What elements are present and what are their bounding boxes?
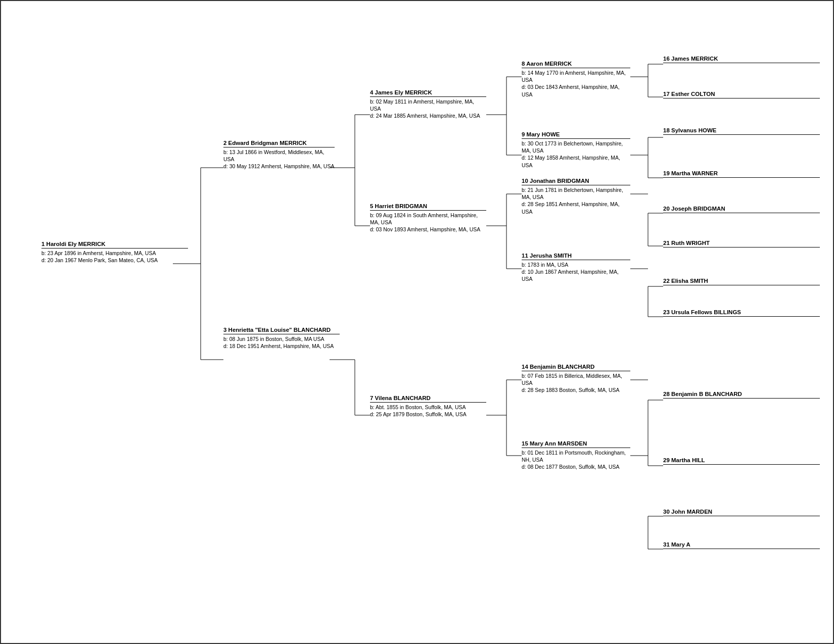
person-4-death: 24 Mar 1885 Amherst, Hampshire, MA, USA	[376, 113, 480, 119]
person-7-name: 7 Vilena BLANCHARD	[370, 395, 486, 403]
person-31-name: 31 Mary A	[663, 541, 820, 549]
person-14-name: 14 Benjamin BLANCHARD	[522, 364, 630, 371]
person-8-name: 8 Aaron MERRICK	[522, 61, 630, 68]
person-10-birth: 21 Jun 1781 in Belchertown, Hampshire, M…	[522, 187, 623, 200]
person-14: 14 Benjamin BLANCHARD b: 07 Feb 1815 in …	[522, 364, 630, 394]
person-1-death: 20 Jan 1967 Menlo Park, San Mateo, CA, U…	[48, 257, 158, 263]
person-28: 28 Benjamin B BLANCHARD	[663, 391, 820, 400]
person-23-name: 23 Ursula Fellows BILLINGS	[663, 309, 820, 317]
person-3-birth: 08 Jun 1875 in Boston, Suffolk, MA USA	[229, 336, 325, 342]
person-9-name: 9 Mary HOWE	[522, 131, 630, 139]
person-3: 3 Henrietta "Etta Louise" BLANCHARD b: 0…	[223, 327, 340, 350]
person-4-birth: 02 May 1811 in Amherst, Hampshire, MA, U…	[370, 98, 474, 112]
person-7-birth: Abt. 1855 in Boston, Suffolk, MA, USA	[376, 404, 466, 410]
person-14-death: 28 Sep 1883 Boston, Suffolk, MA, USA	[528, 387, 620, 393]
person-21: 21 Ruth WRIGHT	[663, 240, 820, 249]
svg-line-9	[355, 360, 370, 415]
person-31: 31 Mary A	[663, 541, 820, 550]
person-4-name: 4 James Ely MERRICK	[370, 89, 486, 97]
person-19-name: 19 Martha WARNER	[663, 170, 820, 178]
person-7-death: 25 Apr 1879 Boston, Suffolk, MA, USA	[376, 411, 467, 417]
person-17: 17 Esther COLTON	[663, 91, 820, 100]
person-9-death: 12 May 1858 Amherst, Hampshire, MA, USA	[522, 155, 620, 168]
person-18: 18 Sylvanus HOWE	[663, 127, 820, 136]
page: 1 Haroldi Ely MERRICK b: 23 Apr 1896 in …	[0, 0, 834, 644]
person-28-name: 28 Benjamin B BLANCHARD	[663, 391, 820, 399]
person-29-name: 29 Martha HILL	[663, 457, 820, 465]
person-8: 8 Aaron MERRICK b: 14 May 1770 in Amhers…	[522, 61, 630, 98]
person-11: 11 Jerusha SMITH b: 1783 in MA, USA d: 1…	[522, 253, 630, 283]
person-7: 7 Vilena BLANCHARD b: Abt. 1855 in Bosto…	[370, 395, 486, 418]
person-1-name: 1 Haroldi Ely MERRICK	[41, 241, 188, 249]
person-15-birth: 01 Dec 1811 in Portsmouth, Rockingham, N…	[522, 450, 626, 463]
person-10: 10 Jonathan BRIDGMAN b: 21 Jun 1781 in B…	[522, 178, 630, 215]
person-2: 2 Edward Bridgman MERRICK b: 13 Jul 1866…	[223, 140, 335, 170]
person-3-death: 18 Dec 1951 Amherst, Hampshire, MA, USA	[229, 343, 334, 349]
person-5-name: 5 Harriet BRIDGMAN	[370, 203, 486, 211]
person-11-death: 10 Jun 1867 Amherst, Hampshire, MA, USA	[522, 269, 619, 282]
person-20: 20 Joseph BRIDGMAN	[663, 206, 820, 214]
person-20-name: 20 Joseph BRIDGMAN	[663, 206, 820, 213]
chart-area: 1 Haroldi Ely MERRICK b: 23 Apr 1896 in …	[16, 16, 818, 628]
person-8-death: 03 Dec 1843 Amherst, Hampshire, MA, USA	[522, 84, 620, 97]
person-10-death: 28 Sep 1851 Amherst, Hampshire, MA, USA	[522, 201, 620, 214]
person-9: 9 Mary HOWE b: 30 Oct 1773 in Belchertow…	[522, 131, 630, 169]
person-16-name: 16 James MERRICK	[663, 56, 820, 63]
person-3-name: 3 Henrietta "Etta Louise" BLANCHARD	[223, 327, 340, 334]
person-29: 29 Martha HILL	[663, 457, 820, 466]
person-22-name: 22 Elisha SMITH	[663, 278, 820, 285]
person-4: 4 James Ely MERRICK b: 02 May 1811 in Am…	[370, 89, 486, 120]
person-5-death: 03 Nov 1893 Amherst, Hampshire, MA, USA	[376, 226, 481, 232]
person-18-name: 18 Sylvanus HOWE	[663, 127, 820, 135]
person-17-name: 17 Esther COLTON	[663, 91, 820, 98]
person-11-name: 11 Jerusha SMITH	[522, 253, 630, 260]
person-1: 1 Haroldi Ely MERRICK b: 23 Apr 1896 in …	[41, 241, 188, 264]
person-1-birth: 23 Apr 1896 in Amherst, Hampshire, MA, U…	[48, 250, 156, 256]
person-21-name: 21 Ruth WRIGHT	[663, 240, 820, 247]
person-14-birth: 07 Feb 1815 in Billerica, Middlesex, MA,…	[522, 373, 622, 386]
person-19: 19 Martha WARNER	[663, 170, 820, 179]
person-5: 5 Harriet BRIDGMAN b: 09 Aug 1824 in Sou…	[370, 203, 486, 233]
person-15-death: 08 Dec 1877 Boston, Suffolk, MA, USA	[528, 464, 620, 470]
person-15: 15 Mary Ann MARSDEN b: 01 Dec 1811 in Po…	[522, 440, 630, 471]
person-2-death: 30 May 1912 Amherst, Hampshire, MA, USA	[229, 163, 335, 169]
person-15-name: 15 Mary Ann MARSDEN	[522, 440, 630, 448]
person-5-birth: 09 Aug 1824 in South Amherst, Hampshire,…	[370, 212, 478, 225]
person-9-birth: 30 Oct 1773 in Belchertown, Hampshire, M…	[522, 140, 623, 154]
person-22: 22 Elisha SMITH	[663, 278, 820, 286]
person-23: 23 Ursula Fellows BILLINGS	[663, 309, 820, 318]
person-2-birth: 13 Jul 1866 in Westford, Middlesex, MA, …	[223, 149, 324, 162]
person-30: 30 John MARDEN	[663, 509, 820, 517]
person-10-name: 10 Jonathan BRIDGMAN	[522, 178, 630, 185]
person-11-birth: 1783 in MA, USA	[528, 262, 569, 268]
person-16: 16 James MERRICK	[663, 56, 820, 64]
person-30-name: 30 John MARDEN	[663, 509, 820, 516]
person-8-birth: 14 May 1770 in Amherst, Hampshire, MA, U…	[522, 70, 626, 83]
person-2-name: 2 Edward Bridgman MERRICK	[223, 140, 335, 147]
